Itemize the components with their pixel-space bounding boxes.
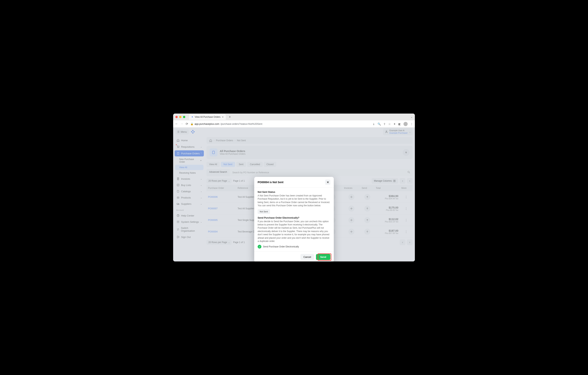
app-root: ☰ Menu Example User A Example Purchaser …: [173, 128, 415, 261]
modal-header: PO00004 is Not Sent ✕: [254, 177, 334, 188]
tab-title: View All Purchase Orders: [195, 116, 220, 118]
tab-overflow-icon[interactable]: ⌄: [411, 116, 413, 118]
send-button[interactable]: Send: [316, 254, 330, 260]
new-tab-button[interactable]: +: [229, 115, 231, 119]
section-title-status: Not Sent Status: [258, 191, 330, 193]
close-modal-button[interactable]: ✕: [325, 179, 330, 185]
zoom-icon[interactable]: 🔍: [378, 122, 381, 125]
lock-icon: 🔒: [190, 122, 193, 125]
menu-icon[interactable]: ⋮: [410, 122, 413, 125]
tab-favicon: ✦: [191, 116, 193, 118]
section-text-send: If you decide to Send the Purchase Order…: [258, 220, 330, 243]
minimize-window-button[interactable]: [179, 116, 181, 118]
section-text-status: A Not Sent Purchase Order has been creat…: [258, 194, 330, 207]
extensions-icon[interactable]: ✦: [393, 122, 396, 125]
browser-window: ✦ View All Purchase Orders × + ⌄ ← → ⟳ 🔒…: [173, 114, 415, 261]
traffic-lights: [175, 116, 185, 118]
maximize-window-button[interactable]: [183, 116, 185, 118]
nav-buttons: ← → ⟳: [175, 122, 188, 126]
forward-button[interactable]: →: [180, 122, 183, 126]
modal-title: PO00004 is Not Sent: [258, 181, 284, 184]
close-icon: ✕: [326, 180, 329, 184]
address-bar[interactable]: 🔒 app.purchaseplus.com/purchase-orders?s…: [190, 122, 370, 125]
browser-tab[interactable]: ✦ View All Purchase Orders ×: [189, 114, 226, 120]
modal-footer: Cancel Send: [254, 252, 334, 261]
share-icon[interactable]: ⇪: [383, 122, 386, 125]
back-button[interactable]: ←: [175, 122, 178, 126]
url-host: app.purchaseplus.com: [195, 122, 219, 125]
check-circle-icon: ✓: [258, 245, 262, 249]
check-label: Send Purchase Order Electronically: [263, 245, 299, 248]
cancel-button[interactable]: Cancel: [300, 254, 314, 260]
status-badge: Not Sent: [258, 209, 270, 214]
url-path: /purchase-orders?status=Not%20Sent: [220, 122, 262, 125]
reload-button[interactable]: ⟳: [186, 122, 188, 126]
close-tab-icon[interactable]: ×: [222, 115, 223, 119]
section-title-send: Send Purchase Order Electronically?: [258, 217, 330, 219]
po-status-modal: PO00004 is Not Sent ✕ Not Sent Status A …: [254, 177, 334, 261]
download-icon[interactable]: ⤓: [373, 122, 375, 125]
bookmark-icon[interactable]: ☆: [388, 122, 391, 125]
url-bar: ← → ⟳ 🔒 app.purchaseplus.com/purchase-or…: [173, 120, 415, 128]
modal-body: Not Sent Status A Not Sent Purchase Orde…: [254, 188, 334, 252]
profile-avatar[interactable]: [403, 122, 408, 126]
close-window-button[interactable]: [175, 116, 178, 118]
send-electronically-toggle[interactable]: ✓ Send Purchase Order Electronically: [258, 245, 330, 249]
tab-bar: ✦ View All Purchase Orders × + ⌄: [173, 114, 415, 120]
browser-actions: ⤓ 🔍 ⇪ ☆ ✦ ◧ ⋮: [373, 122, 413, 126]
sidepanel-icon[interactable]: ◧: [398, 122, 401, 125]
